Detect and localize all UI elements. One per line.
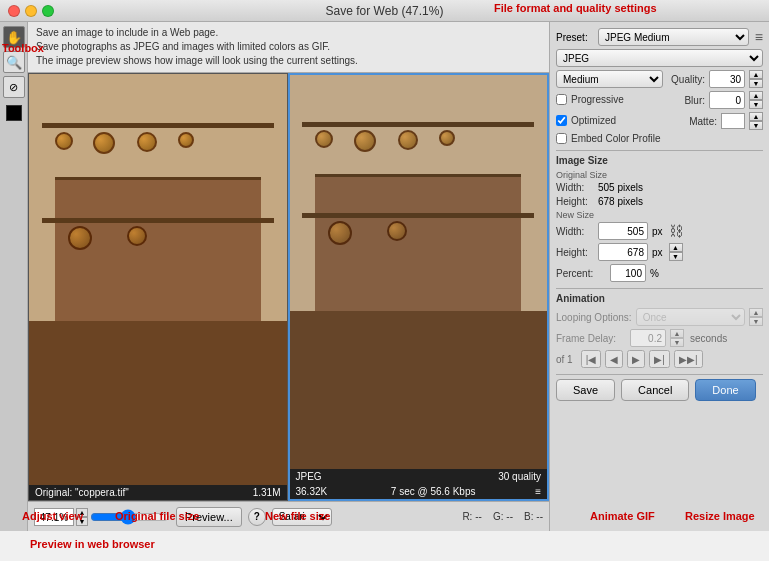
info-line2: Save photographs as JPEG and images with… [36, 40, 541, 54]
minimize-button[interactable] [25, 5, 37, 17]
preset-menu-icon[interactable]: ≡ [755, 29, 763, 45]
image-size-title: Image Size [556, 155, 763, 166]
new-width-label: Width: [556, 226, 594, 237]
preset-select[interactable]: JPEG Medium JPEG High JPEG Low PNG-8 GIF [598, 28, 749, 46]
preview-panel-info: JPEG 30 quality [290, 469, 548, 484]
optimized-checkbox[interactable] [556, 115, 567, 126]
pct-label: % [650, 268, 659, 279]
new-size-title: New Size [556, 210, 763, 220]
matte-down-btn[interactable]: ▼ [749, 121, 763, 130]
info-line1: Save an image to include in a Web page. [36, 26, 541, 40]
cancel-button[interactable]: Cancel [621, 379, 689, 401]
matte-swatch[interactable] [721, 113, 745, 129]
preview-quality: 30 quality [498, 471, 541, 482]
preview-time: 7 sec @ 56.6 Kbps [391, 486, 476, 497]
orig-height-label: Height: [556, 196, 594, 207]
save-button[interactable]: Save [556, 379, 615, 401]
blur-down-btn[interactable]: ▼ [749, 100, 763, 109]
g-label: G: [493, 511, 504, 522]
last-frame-btn[interactable]: ▶▶| [674, 350, 703, 368]
zoom-tool[interactable]: 🔍 [3, 51, 25, 73]
orig-width-value: 505 pixels [598, 182, 643, 193]
percent-label: Percent: [556, 268, 606, 279]
orig-width-label: Width: [556, 182, 594, 193]
b-value: -- [536, 511, 543, 522]
embed-color-checkbox[interactable] [556, 133, 567, 144]
new-height-input[interactable] [598, 243, 648, 261]
looping-select[interactable]: Once Forever [636, 308, 745, 326]
g-value: -- [506, 511, 513, 522]
blur-label: Blur: [684, 95, 705, 106]
preview-panel-size: 36.32K 7 sec @ 56.6 Kbps ≡ [290, 484, 548, 499]
format-select[interactable]: JPEG GIF PNG-8 PNG-24 [556, 49, 763, 67]
quality-input[interactable] [709, 70, 745, 88]
preview-button[interactable]: Preview... [176, 507, 242, 527]
status-bar: 47.1% ▲ ▼ Preview... ? Safari R: -- G: [28, 501, 549, 531]
seconds-label: seconds [690, 333, 727, 344]
width-px-label: px [652, 226, 663, 237]
rgb-display: R: -- G: -- B: -- [462, 511, 543, 522]
new-width-input[interactable] [598, 222, 648, 240]
blur-up-btn[interactable]: ▲ [749, 91, 763, 100]
original-image-panel: Original: "coppera.tif" 1.31M [28, 73, 288, 501]
hand-tool[interactable]: ✋ [3, 26, 25, 48]
frame-down-btn[interactable]: ▼ [670, 338, 684, 347]
progressive-checkbox[interactable] [556, 94, 567, 105]
height-px-label: px [652, 247, 663, 258]
preview-file-size: 36.32K [296, 486, 328, 497]
frame-up-btn[interactable]: ▲ [670, 329, 684, 338]
link-icon: ⛓ [669, 223, 683, 239]
preview-menu-icon[interactable]: ≡ [535, 486, 541, 497]
toolbox-panel: ✋ 🔍 ⊘ [0, 22, 28, 531]
zoom-up-button[interactable]: ▲ [76, 508, 88, 517]
help-button[interactable]: ? [248, 508, 266, 526]
frame-delay-label: Frame Delay: [556, 333, 626, 344]
preview-image [290, 75, 548, 469]
percent-input[interactable] [610, 264, 646, 282]
looping-down-btn[interactable]: ▼ [749, 317, 763, 326]
action-buttons: Save Cancel Done [556, 379, 763, 401]
maximize-button[interactable] [42, 5, 54, 17]
settings-panel: Preset: JPEG Medium JPEG High JPEG Low P… [549, 22, 769, 531]
height-up-btn[interactable]: ▲ [669, 243, 683, 252]
window-title: Save for Web (47.1%) [326, 4, 444, 18]
next-frame-btn[interactable]: ▶| [649, 350, 670, 368]
info-bar: Save an image to include in a Web page. … [28, 22, 549, 73]
animation-title: Animation [556, 293, 763, 304]
original-panel-info: Original: "coppera.tif" 1.31M [29, 485, 287, 500]
preview-image-panel: JPEG 30 quality 36.32K 7 sec @ 56.6 Kbps… [288, 73, 550, 501]
original-size: 1.31M [253, 487, 281, 498]
title-bar: Save for Web (47.1%) [0, 0, 769, 22]
prev-frame-btn[interactable]: ◀ [605, 350, 623, 368]
looping-label: Looping Options: [556, 312, 632, 323]
quality-up-btn[interactable]: ▲ [749, 70, 763, 79]
zoom-down-button[interactable]: ▼ [76, 517, 88, 526]
matte-label: Matte: [689, 116, 717, 127]
new-height-label: Height: [556, 247, 594, 258]
preview-browser-annotation: Preview in web browser [30, 538, 155, 550]
zoom-value[interactable]: 47.1% [34, 508, 74, 526]
preset-label: Preset: [556, 32, 594, 43]
compression-select[interactable]: Medium Low High Maximum [556, 70, 663, 88]
preview-format: JPEG [296, 471, 322, 482]
play-btn[interactable]: ▶ [627, 350, 645, 368]
matte-up-btn[interactable]: ▲ [749, 112, 763, 121]
eyedropper-tool[interactable]: ⊘ [3, 76, 25, 98]
preview-browser-select[interactable]: Safari [272, 508, 332, 526]
quality-down-btn[interactable]: ▼ [749, 79, 763, 88]
zoom-control: 47.1% ▲ ▼ [34, 508, 170, 526]
r-label: R: [462, 511, 472, 522]
height-down-btn[interactable]: ▼ [669, 252, 683, 261]
close-button[interactable] [8, 5, 20, 17]
color-swatch[interactable] [6, 105, 22, 121]
b-label: B: [524, 511, 533, 522]
looping-up-btn[interactable]: ▲ [749, 308, 763, 317]
frame-delay-input[interactable] [630, 329, 666, 347]
blur-input[interactable] [709, 91, 745, 109]
embed-color-label: Embed Color Profile [571, 133, 660, 144]
done-button[interactable]: Done [695, 379, 755, 401]
info-line3: The image preview shows how image will l… [36, 54, 541, 68]
zoom-slider[interactable] [90, 510, 170, 524]
first-frame-btn[interactable]: |◀ [581, 350, 602, 368]
r-value: -- [475, 511, 482, 522]
